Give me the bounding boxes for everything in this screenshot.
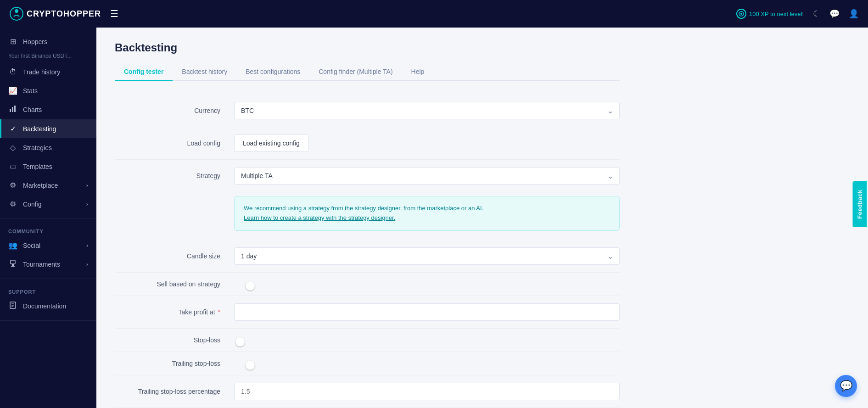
hamburger-icon[interactable]: ☰ — [110, 8, 118, 19]
sidebar-item-label: Trade history — [23, 68, 60, 76]
strategy-select-wrapper: Multiple TA — [234, 167, 620, 184]
messages-icon[interactable]: 💬 — [829, 9, 840, 19]
support-label: SUPPORT — [0, 284, 96, 296]
sidebar-item-social[interactable]: 👥 Social › — [0, 236, 96, 255]
trailing-pct-input[interactable] — [234, 383, 620, 400]
logo-text: CRYPTOHOPPER — [27, 9, 101, 19]
form-row-trailing-pct: Trailing stop-loss percentage — [115, 375, 620, 408]
templates-icon: ▭ — [8, 162, 17, 171]
hoppers-icon: ⊞ — [8, 37, 17, 46]
sidebar-item-label: Strategies — [23, 144, 52, 151]
chat-fab[interactable]: 💬 — [835, 375, 857, 397]
tab-backtest-history[interactable]: Backtest history — [173, 63, 236, 81]
sidebar-item-label: Templates — [23, 163, 52, 170]
stop-loss-control — [234, 336, 620, 344]
svg-rect-7 — [11, 260, 15, 264]
sidebar-item-strategies[interactable]: ◇ Strategies — [0, 138, 96, 157]
sidebar-item-templates[interactable]: ▭ Templates — [0, 157, 96, 176]
info-box-container: We recommend using a strategy from the s… — [234, 194, 620, 233]
svg-rect-8 — [12, 264, 14, 266]
form-row-stop-loss: Stop-loss — [115, 329, 620, 352]
config-chevron: › — [86, 201, 88, 207]
load-existing-config-button[interactable]: Load existing config — [234, 134, 308, 152]
tournaments-chevron: › — [86, 261, 88, 268]
sidebar-item-backtesting[interactable]: ✓ Backtesting — [0, 119, 96, 138]
take-profit-label: Take profit at * — [115, 308, 234, 316]
social-chevron: › — [86, 242, 88, 249]
feedback-tab[interactable]: Feedback — [853, 181, 867, 227]
navbar: CRYPTOHOPPER ☰ 100 XP to next level! ☾ 💬… — [0, 0, 868, 28]
sidebar-item-tournaments[interactable]: Tournaments › — [0, 255, 96, 274]
navbar-right: 100 XP to next level! ☾ 💬 👤 — [736, 9, 859, 19]
candle-size-select-wrapper: 1 day — [234, 247, 620, 265]
svg-rect-4 — [10, 109, 11, 112]
tab-config-tester[interactable]: Config tester — [115, 63, 173, 81]
stop-loss-label: Stop-loss — [115, 336, 234, 344]
social-icon: 👥 — [8, 241, 17, 250]
strategy-label: Strategy — [115, 172, 234, 179]
trailing-pct-control — [234, 383, 620, 400]
sidebar-item-charts[interactable]: Charts — [0, 100, 96, 119]
chat-icon: 💬 — [840, 380, 852, 392]
trailing-stop-loss-label: Trailing stop-loss — [115, 360, 234, 367]
tab-help[interactable]: Help — [402, 63, 434, 81]
sidebar-item-stats[interactable]: 📈 Stats — [0, 81, 96, 100]
trailing-stop-loss-control — [234, 359, 620, 368]
tabs: Config tester Backtest history Best conf… — [115, 63, 620, 81]
config-icon: ⚙ — [8, 200, 17, 208]
user-icon[interactable]: 👤 — [849, 9, 859, 19]
dark-mode-icon[interactable]: ☾ — [813, 9, 820, 19]
sidebar-section-main: ⊞ Hoppers Your first Binance USDT... ⏱ T… — [0, 28, 96, 218]
stop-loss-thumb — [235, 337, 245, 347]
strategy-select[interactable]: Multiple TA — [234, 167, 620, 184]
sidebar-section-support: SUPPORT Documentation — [0, 279, 96, 321]
trailing-stop-loss-thumb — [246, 361, 255, 370]
svg-point-3 — [740, 13, 742, 15]
sidebar-item-documentation[interactable]: Documentation — [0, 296, 96, 316]
main-content: Backtesting Config tester Backtest histo… — [96, 28, 868, 408]
sell-based-label: Sell based on strategy — [115, 280, 234, 288]
stats-icon: 📈 — [8, 86, 17, 95]
tab-best-configurations[interactable]: Best configurations — [236, 63, 309, 81]
tournaments-icon — [8, 260, 17, 269]
sidebar-item-label: Config — [23, 201, 41, 208]
svg-point-1 — [15, 9, 18, 13]
form-row-info: We recommend using a strategy from the s… — [115, 192, 620, 240]
navbar-left: CRYPTOHOPPER ☰ — [9, 6, 118, 21]
form-row-load-config: Load config Load existing config — [115, 127, 620, 160]
info-link[interactable]: Learn how to create a strategy with the … — [244, 214, 395, 221]
tab-config-finder[interactable]: Config finder (Multiple TA) — [309, 63, 402, 81]
sidebar-item-trade-history[interactable]: ⏱ Trade history — [0, 63, 96, 81]
xp-icon — [739, 11, 744, 17]
svg-rect-5 — [12, 107, 13, 112]
sidebar-item-config[interactable]: ⚙ Config › — [0, 195, 96, 213]
marketplace-chevron: › — [86, 182, 88, 189]
load-config-control: Load existing config — [234, 134, 620, 152]
backtesting-icon: ✓ — [8, 124, 17, 133]
currency-label: Currency — [115, 107, 234, 114]
candle-size-control: 1 day — [234, 247, 620, 265]
candle-size-select[interactable]: 1 day — [234, 247, 620, 265]
currency-select[interactable]: BTC — [234, 102, 620, 119]
sell-based-control — [234, 280, 620, 288]
candle-size-label: Candle size — [115, 252, 234, 260]
svg-rect-6 — [14, 106, 16, 112]
form-row-sell-based: Sell based on strategy — [115, 273, 620, 296]
hopper-name: Your first Binance USDT... — [0, 51, 96, 63]
sidebar-item-label: Backtesting — [23, 125, 56, 133]
sidebar: ⊞ Hoppers Your first Binance USDT... ⏱ T… — [0, 28, 96, 408]
app-body: ⊞ Hoppers Your first Binance USDT... ⏱ T… — [0, 28, 868, 408]
page-title: Backtesting — [115, 41, 620, 54]
sidebar-section-community: COMMUNITY 👥 Social › Tournaments › — [0, 218, 96, 279]
take-profit-input[interactable]: 1000 — [234, 303, 620, 321]
sidebar-item-marketplace[interactable]: ⚙ Marketplace › — [0, 176, 96, 195]
xp-badge: 100 XP to next level! — [736, 9, 804, 19]
form-row-candle-size: Candle size 1 day — [115, 240, 620, 273]
svg-rect-9 — [11, 266, 15, 267]
sidebar-item-label: Social — [23, 242, 40, 249]
sidebar-item-label: Stats — [23, 87, 38, 95]
sidebar-item-hoppers[interactable]: ⊞ Hoppers — [0, 32, 96, 51]
form-container: Backtesting Config tester Backtest histo… — [115, 41, 620, 408]
xp-circle — [736, 9, 746, 19]
logo[interactable]: CRYPTOHOPPER — [9, 6, 101, 21]
